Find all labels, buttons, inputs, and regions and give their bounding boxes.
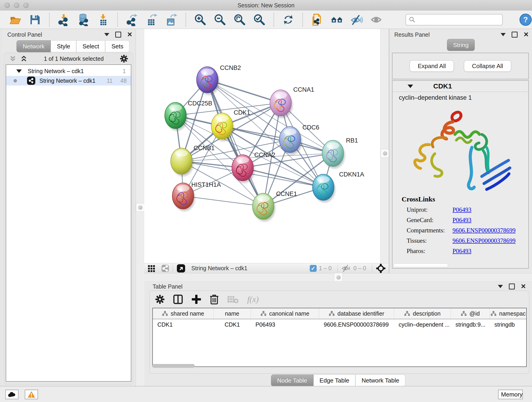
column-header-name[interactable]: name [214,308,251,319]
right-splitter[interactable] [380,29,389,263]
network-edge[interactable] [183,196,263,206]
search-input[interactable] [405,14,503,26]
expand-all-button[interactable]: Expand All [410,60,454,72]
zoom-out-button[interactable] [214,13,226,26]
close-panel-icon[interactable]: ✕ [524,32,529,37]
network-view: CCNB2CCNA1CDC25BCDK1CDC6RB1CCNB1CCNA2CDK… [144,29,389,273]
zoom-fit-button[interactable] [233,13,246,26]
crosslink-link[interactable]: 9606.ENSP00000378699 [452,227,515,234]
node-table[interactable]: shared name name canonical name [152,308,527,367]
float-panel-icon[interactable] [104,33,109,36]
show-columns-icon[interactable] [173,294,183,304]
selected-checkbox[interactable]: ✓ [310,265,317,272]
left-splitter[interactable] [136,29,145,386]
maximize-panel-icon[interactable] [115,32,121,38]
float-panel-icon[interactable] [500,33,506,36]
network-node-ccna1[interactable]: CCNA1 [270,86,314,118]
cloud-status-button[interactable] [5,390,19,399]
network-graph[interactable]: CCNB2CCNA1CDC25BCDK1CDC6RB1CCNB1CCNA2CDK… [144,29,380,263]
network-node-cdk1[interactable]: CDK1 [211,109,250,141]
network-node-ccne1[interactable]: CCNE1 [253,191,297,221]
grid-view-icon[interactable] [147,264,156,273]
node-details-card: CDK1 cyclin–dependent kinase 1 [392,80,529,269]
maximize-panel-icon[interactable] [509,283,515,289]
crosslink-link[interactable]: P06493 [452,248,472,255]
left-splitter-handle[interactable] [136,203,145,212]
close-panel-icon[interactable]: ✕ [521,284,526,289]
crosslink-link[interactable]: 9606.ENSP00000378699 [452,237,515,244]
collapse-all-icon[interactable] [9,55,17,62]
network-node-rb1[interactable]: RB1 [322,137,358,168]
string-home-button[interactable] [330,13,343,26]
collapse-all-button[interactable]: Collapse All [464,60,511,72]
network-collection-row[interactable]: String Network – cdk1 1 [6,66,131,76]
import-network-from-file-button[interactable] [57,13,70,26]
node-label-ccnb1: CCNB1 [194,145,215,152]
shared-column-icon [329,311,335,316]
warnings-button[interactable] [25,390,38,399]
results-horizontal-scrollbar[interactable] [393,263,448,267]
horizontal-splitter[interactable] [144,273,532,281]
create-column-plus-icon[interactable] [191,294,201,304]
export-image-button[interactable] [165,13,178,26]
network-node-hist1h1a[interactable]: HIST1H1A [172,181,221,211]
table-options-gear-icon[interactable] [155,294,165,304]
selected-counts: 1 – 0 [319,265,332,272]
help-button[interactable]: ? [519,13,532,26]
column-header-shared-name[interactable]: shared name [153,308,214,319]
tab-sets[interactable]: Sets [105,40,129,52]
open-in-string-button[interactable] [311,13,323,26]
collection-expand-icon[interactable] [16,70,22,73]
refresh-button[interactable] [282,13,295,26]
tab-edge-table[interactable]: Edge Table [313,375,355,386]
import-network-from-database-button[interactable] [77,13,90,26]
tab-network[interactable]: Network [17,40,51,52]
delete-column-trash-icon[interactable] [210,294,219,305]
zoom-in-button[interactable] [194,13,207,26]
column-header-database-identifier[interactable]: database identifier [319,308,394,319]
crosslink-link[interactable]: P06493 [452,206,472,213]
table-row[interactable]: CDK1 CDK1 P06493 9606.ENSP00000378699 cy… [153,319,526,330]
horizontal-splitter-handle[interactable] [334,273,343,282]
detach-view-icon[interactable] [177,264,185,273]
column-header-namespace[interactable]: namespac [490,308,526,319]
column-header-description[interactable]: description [394,308,451,319]
float-panel-icon[interactable] [498,285,503,288]
maximize-panel-icon[interactable] [512,32,518,38]
network-type-icon [27,77,35,85]
network-node-ccna2[interactable]: CCNA2 [232,152,275,183]
zoom-selected-button[interactable] [253,13,266,26]
gear-icon[interactable] [120,55,128,63]
open-file-button[interactable] [9,13,22,26]
right-splitter-handle[interactable] [380,149,389,158]
hide-selected-button[interactable] [350,13,363,26]
main-toolbar: ? [0,11,532,29]
gene-name: CDK1 [433,82,452,90]
column-header-id[interactable]: @id [451,308,490,319]
network-node-cdc6[interactable]: CDC6 [279,124,319,155]
crosslink-link[interactable]: P06493 [452,217,472,224]
tab-node-table[interactable]: Node Table [271,375,313,386]
network-node-cdkn1a[interactable]: CDKN1A [312,171,364,202]
tab-style[interactable]: Style [51,40,76,52]
export-table-button[interactable] [145,13,158,26]
save-session-button[interactable] [28,13,41,26]
tab-string[interactable]: String [447,39,475,51]
column-header-canonical-name[interactable]: canonical name [251,308,319,319]
export-network-button[interactable] [126,13,138,26]
table-horizontal-scrollbar[interactable] [152,364,195,368]
show-all-button[interactable] [370,13,383,26]
birds-eye-view-icon[interactable] [376,264,386,273]
tab-network-table[interactable]: Network Table [355,375,405,386]
help-icon: ? [519,13,532,26]
tab-select[interactable]: Select [76,40,105,52]
expand-all-icon[interactable] [20,55,28,62]
gene-collapse-icon[interactable] [408,85,413,88]
gene-header-row[interactable]: CDK1 [393,81,528,92]
network-node-ccnb1[interactable]: CCNB1 [171,145,215,176]
import-table-from-file-button[interactable] [97,13,109,26]
memory-button[interactable]: Memory [498,390,523,399]
network-row[interactable]: String Network – cdk1 11 48 [6,76,131,85]
close-panel-icon[interactable]: ✕ [127,32,133,37]
network-view-icon[interactable] [161,264,169,272]
